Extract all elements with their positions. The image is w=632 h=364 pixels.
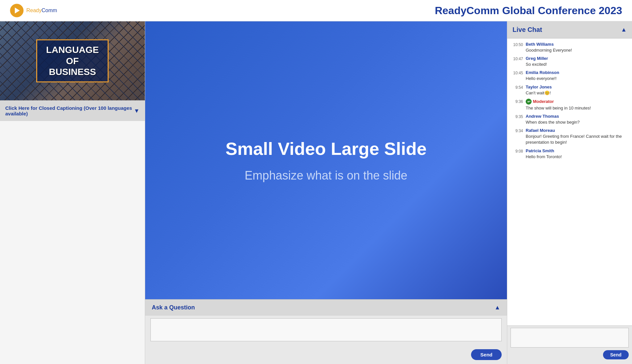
chat-message-content: Emilia RobinsonHello everyone!! (526, 70, 628, 82)
video-line2: OF BUSINESS (49, 56, 96, 77)
chat-message-item: 9:36↩ModeratorThe show will being in 10 … (511, 99, 628, 111)
ask-send-button[interactable]: Send (471, 349, 502, 360)
logo-text: ReadyComm (26, 8, 57, 13)
chat-message-text: Can't wait😊! (526, 90, 628, 96)
chat-message-author: Andrew Thomas (526, 114, 628, 119)
chat-message-content: Patricia SmithHello from Toronto! (526, 148, 628, 160)
chat-input-area: Send (507, 326, 632, 364)
chat-message-item: 9:34Rafael MoreauBonjour! Greeting from … (511, 128, 628, 145)
ask-send-row: Send (145, 347, 507, 364)
chat-message-time: 10:50 (511, 42, 523, 47)
chat-message-content: Greg MillerSo excited! (526, 56, 628, 67)
video-overlay: LANGUAGE OF BUSINESS (36, 39, 109, 83)
live-chat-title: Live Chat (513, 26, 542, 34)
ask-question-chevron-up-icon: ▲ (494, 304, 500, 311)
captioning-bar[interactable]: Click Here for Closed Captioning (Over 1… (0, 100, 145, 121)
chat-message-text: Bonjour! Greeting from France! Cannot wa… (526, 133, 628, 145)
chat-message-text: The show will being in 10 minutes! (526, 105, 628, 111)
logo-icon (10, 4, 24, 17)
chat-message-input[interactable] (511, 328, 629, 348)
captioning-chevron-down-icon: ▼ (134, 108, 140, 114)
chat-chevron-up-icon: ▲ (621, 26, 627, 33)
chat-message-item: 10:45Emilia RobinsonHello everyone!! (511, 70, 628, 82)
main-layout: LANGUAGE OF BUSINESS Click Here for Clos… (0, 21, 632, 364)
center-column: Small Video Large Slide Emphasize what i… (145, 21, 507, 364)
chat-message-author: Greg Miller (526, 56, 628, 61)
ask-input-area (145, 316, 507, 347)
chat-message-time: 9:34 (511, 128, 523, 133)
logo-ready: Ready (26, 8, 41, 13)
chat-message-content: ↩ModeratorThe show will being in 10 minu… (526, 99, 628, 111)
chat-send-button[interactable]: Send (603, 350, 629, 359)
chat-message-author: Emilia Robinson (526, 70, 628, 75)
ask-question-header[interactable]: Ask a Question ▲ (145, 300, 507, 316)
ask-question-section: Ask a Question ▲ Send (145, 299, 507, 364)
chat-message-text: When does the show begin? (526, 119, 628, 125)
ask-question-title: Ask a Question (152, 304, 195, 311)
chat-message-text: Hello everyone!! (526, 76, 628, 82)
chat-message-item: 9:54Taylor JonesCan't wait😊! (511, 85, 628, 96)
chat-message-text: Hello from Toronto! (526, 154, 628, 160)
chat-message-content: Rafael MoreauBonjour! Greeting from Fran… (526, 128, 628, 145)
chat-message-content: Andrew ThomasWhen does the show begin? (526, 114, 628, 125)
slide-title: Small Video Large Slide (225, 138, 427, 159)
chat-message-time: 9:08 (511, 148, 523, 154)
captioning-text: Click Here for Closed Captioning (Over 1… (5, 105, 134, 116)
chat-message-author: Taylor Jones (526, 85, 628, 89)
moderator-icon: ↩ (526, 99, 532, 105)
chat-messages: 10:50Beth WilliamsGoodmorning Everyone!1… (507, 38, 632, 326)
chat-message-content: Beth WilliamsGoodmorning Everyone! (526, 42, 628, 53)
slide-subtitle: Emphasize what is on the slide (245, 169, 407, 182)
chat-message-author: Rafael Moreau (526, 128, 628, 133)
logo-comm: Comm (41, 8, 57, 13)
video-text: LANGUAGE OF BUSINESS (44, 44, 101, 78)
chat-message-author: ↩Moderator (526, 99, 628, 105)
chat-message-author: Patricia Smith (526, 148, 628, 153)
chat-message-time: 9:36 (511, 99, 523, 104)
chat-message-author: Beth Williams (526, 42, 628, 47)
video-line1: LANGUAGE (46, 45, 99, 55)
chat-message-content: Taylor JonesCan't wait😊! (526, 85, 628, 96)
chat-message-time: 10:45 (511, 70, 523, 75)
chat-send-row: Send (511, 349, 629, 362)
chat-message-time: 10:47 (511, 56, 523, 61)
chat-header: Live Chat ▲ (507, 21, 632, 38)
ask-question-input[interactable] (150, 318, 502, 341)
logo: ReadyComm (10, 4, 57, 17)
header: ReadyComm ReadyComm Global Conference 20… (0, 0, 632, 21)
video-thumbnail: LANGUAGE OF BUSINESS (0, 21, 145, 100)
chat-message-item: 10:47Greg MillerSo excited! (511, 56, 628, 67)
conference-title: ReadyComm Global Conference 2023 (435, 5, 622, 17)
chat-message-item: 9:35Andrew ThomasWhen does the show begi… (511, 114, 628, 125)
left-column: LANGUAGE OF BUSINESS Click Here for Clos… (0, 21, 145, 364)
chat-message-time: 9:54 (511, 85, 523, 90)
chat-message-item: 9:08Patricia SmithHello from Toronto! (511, 148, 628, 160)
live-chat-panel: Live Chat ▲ 10:50Beth WilliamsGoodmornin… (507, 21, 632, 364)
slide-area: Small Video Large Slide Emphasize what i… (145, 21, 507, 299)
chat-message-text: Goodmorning Everyone! (526, 47, 628, 53)
chat-message-text: So excited! (526, 61, 628, 67)
chat-message-time: 9:35 (511, 114, 523, 119)
chat-message-item: 10:50Beth WilliamsGoodmorning Everyone! (511, 42, 628, 53)
